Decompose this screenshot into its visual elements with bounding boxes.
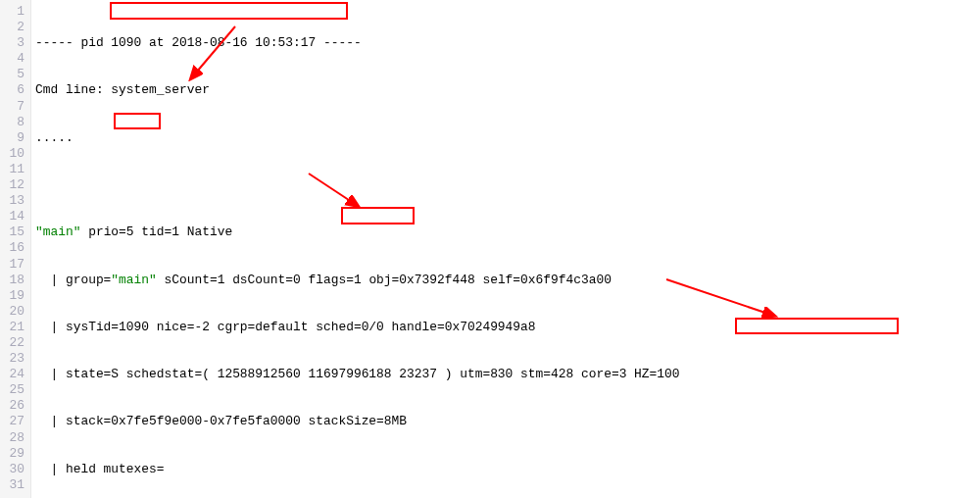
line-number: 10 <box>0 146 24 162</box>
code-line: ----- pid 1090 at 2018-08-16 10:53:17 --… <box>35 35 816 51</box>
line-number: 1 <box>0 4 24 20</box>
line-number: 14 <box>0 209 24 224</box>
line-number: 26 <box>0 398 24 414</box>
line-number: 24 <box>0 367 24 382</box>
line-number: 16 <box>0 240 24 256</box>
line-number: 9 <box>0 130 24 146</box>
line-number: 15 <box>0 224 24 240</box>
line-number: 21 <box>0 320 24 335</box>
line-number: 11 <box>0 162 24 177</box>
line-number: 22 <box>0 335 24 351</box>
line-number: 13 <box>0 193 24 209</box>
line-number: 27 <box>0 414 24 429</box>
line-number: 8 <box>0 115 24 130</box>
line-number: 18 <box>0 273 24 288</box>
code-line: | group="main" sCount=1 dsCount=0 flags=… <box>35 273 816 288</box>
code-area[interactable]: ----- pid 1090 at 2018-08-16 10:53:17 --… <box>31 0 816 498</box>
line-number: 7 <box>0 99 24 115</box>
line-number: 12 <box>0 177 24 193</box>
line-number: 4 <box>0 51 24 67</box>
code-line: | held mutexes= <box>35 462 816 477</box>
line-number: 28 <box>0 430 24 446</box>
line-number: 5 <box>0 67 24 82</box>
line-number: 23 <box>0 351 24 367</box>
code-line: ..... <box>35 130 816 146</box>
line-number: 30 <box>0 462 24 477</box>
line-number: 31 <box>0 477 24 493</box>
line-number: 17 <box>0 257 24 273</box>
line-number: 2 <box>0 20 24 35</box>
line-number: 20 <box>0 304 24 320</box>
editor: 1 2 3 4 5 6 7 8 9 10 11 12 13 14 15 16 1… <box>0 0 980 498</box>
line-number: 25 <box>0 382 24 398</box>
code-line: | stack=0x7fe5f9e000-0x7fe5fa0000 stackS… <box>35 414 816 429</box>
line-number: 19 <box>0 288 24 304</box>
code-line: "main" prio=5 tid=1 Native <box>35 224 816 240</box>
line-number: 29 <box>0 446 24 462</box>
code-line <box>35 177 816 193</box>
line-number: 6 <box>0 82 24 98</box>
code-line: | state=S schedstat=( 12588912560 116979… <box>35 367 816 382</box>
code-line: | sysTid=1090 nice=-2 cgrp=default sched… <box>35 320 816 335</box>
code-line: Cmd line: system_server <box>35 82 816 98</box>
line-number-gutter: 1 2 3 4 5 6 7 8 9 10 11 12 13 14 15 16 1… <box>0 0 31 498</box>
line-number: 3 <box>0 35 24 51</box>
